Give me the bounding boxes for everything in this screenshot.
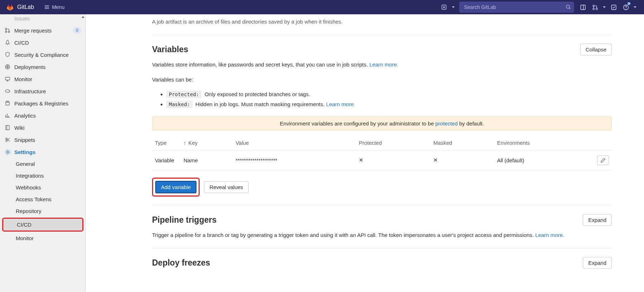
expand-button[interactable]: Expand (583, 257, 612, 269)
todos-icon[interactable] (608, 0, 620, 14)
main-content: A job artifact is an archive of files an… (86, 14, 644, 292)
brand-title[interactable]: GitLab (17, 4, 34, 10)
masked-bullet: Masked: Hidden in job logs. Must match m… (166, 100, 612, 109)
sidebar-item-monitor[interactable]: Monitor (0, 73, 86, 85)
triggers-title: Pipeline triggers (152, 215, 216, 225)
settings-sub-access-tokens[interactable]: Access Tokens (0, 193, 86, 205)
variables-title: Variables (152, 45, 188, 54)
sidebar-item-cicd[interactable]: CI/CD (0, 36, 86, 49)
col-masked[interactable]: Masked (430, 135, 494, 150)
chevron-down-icon[interactable] (632, 0, 638, 14)
merge-request-icon (4, 27, 11, 34)
sidebar-item-label: Snippets (14, 137, 35, 143)
svg-point-11 (8, 31, 10, 33)
cell-masked: ✕ (430, 150, 494, 170)
sidebar-item-analytics[interactable]: Analytics (0, 109, 86, 122)
help-icon[interactable] (620, 0, 632, 14)
settings-sub-integrations[interactable]: Integrations (0, 170, 86, 182)
rocket-icon (4, 39, 11, 46)
shield-icon (4, 51, 11, 58)
protected-tag: Protected: (166, 91, 201, 98)
sidebar-item-label: Security & Compliance (14, 52, 69, 58)
sidebar-item-merge-requests[interactable]: Merge requests 0 (0, 24, 86, 36)
svg-point-10 (5, 31, 7, 33)
sidebar-item-label: Wiki (14, 125, 24, 131)
search-container (459, 2, 574, 13)
svg-point-9 (5, 28, 7, 30)
sidebar-item-snippets[interactable]: Snippets (0, 134, 86, 146)
cell-type: Variable (152, 150, 181, 170)
sidebar-item-label: CI/CD (14, 40, 29, 46)
svg-rect-14 (6, 125, 9, 130)
top-navbar: GitLab Menu (0, 0, 644, 14)
search-icon[interactable] (566, 4, 571, 10)
col-key[interactable]: ↑Key (181, 135, 233, 150)
settings-sub-general[interactable]: General (0, 158, 86, 170)
settings-sub-repository[interactable]: Repository (0, 205, 86, 217)
sidebar-item-wiki[interactable]: Wiki (0, 122, 86, 134)
protected-link[interactable]: protected (435, 120, 458, 127)
expand-button[interactable]: Expand (583, 214, 612, 226)
edit-variable-button[interactable] (597, 155, 609, 165)
issues-icon[interactable] (577, 0, 589, 14)
col-type[interactable]: Type (152, 135, 181, 150)
menu-label: Menu (52, 4, 64, 10)
sidebar-item-label: Issues (14, 15, 30, 21)
sidebar-item-label: Packages & Registries (14, 100, 68, 107)
svg-rect-2 (581, 5, 585, 10)
collapse-button[interactable]: Collapse (580, 44, 612, 55)
menu-dropdown[interactable]: Menu (44, 4, 64, 10)
sidebar-item-label: Merge requests (14, 28, 52, 34)
sidebar-item-label: Deployments (14, 64, 46, 70)
reveal-values-button[interactable]: Reveal values (204, 181, 248, 193)
chevron-down-icon[interactable] (450, 0, 457, 14)
cell-protected: ✕ (356, 150, 430, 170)
settings-sub-cicd[interactable]: CI/CD (3, 219, 82, 231)
add-variable-button[interactable]: Add variable (155, 181, 196, 193)
col-protected[interactable]: Protected (356, 135, 430, 150)
svg-point-15 (6, 140, 7, 142)
col-environments[interactable]: Environments (494, 135, 594, 150)
sidebar-item-settings[interactable]: Settings (0, 146, 86, 158)
learn-more-link[interactable]: Learn more. (535, 232, 564, 238)
svg-point-4 (593, 8, 594, 9)
settings-sub-monitor[interactable]: Monitor (0, 232, 86, 244)
plus-icon[interactable] (438, 0, 450, 14)
merge-requests-icon[interactable] (589, 0, 601, 14)
sidebar-item-label: Infrastructure (14, 88, 46, 94)
chart-icon (4, 112, 11, 119)
sidebar-item-infrastructure[interactable]: Infrastructure (0, 85, 86, 97)
scissors-icon (4, 137, 11, 143)
svg-point-8 (625, 8, 626, 9)
table-row: Variable Name ******************** ✕ ✕ A… (152, 150, 612, 170)
badge-count: 0 (73, 27, 81, 34)
settings-sub-webhooks[interactable]: Webhooks (0, 182, 86, 193)
sidebar-item-issues[interactable]: Issues (0, 14, 86, 24)
sidebar-item-deployments[interactable]: Deployments (0, 61, 86, 73)
package-icon (4, 100, 11, 107)
artifacts-description: A job artifact is an archive of files an… (152, 18, 612, 26)
gitlab-logo-icon[interactable] (6, 3, 14, 11)
sidebar-item-label: Monitor (14, 76, 32, 82)
book-icon (4, 124, 11, 131)
learn-more-link[interactable]: Learn more. (326, 101, 355, 107)
col-value[interactable]: Value (233, 135, 356, 150)
protected-bullet: Protected: Only exposed to protected bra… (166, 90, 612, 99)
sort-asc-icon: ↑ (184, 140, 186, 146)
freezes-title: Deploy freezes (152, 258, 210, 268)
cell-env: All (default) (494, 150, 594, 170)
learn-more-link[interactable]: Learn more. (370, 61, 399, 68)
svg-point-5 (596, 8, 597, 9)
variables-description: Variables store information, like passwo… (152, 60, 612, 69)
search-input[interactable] (459, 2, 574, 13)
masked-tag: Masked: (166, 101, 192, 108)
svg-rect-13 (5, 77, 10, 80)
protected-warning-alert: Environment variables are configured by … (152, 117, 612, 130)
monitor-icon (4, 76, 11, 82)
svg-point-1 (566, 5, 570, 8)
cell-key: Name (181, 150, 233, 170)
deployments-icon (4, 64, 11, 70)
sidebar-item-security[interactable]: Security & Compliance (0, 49, 86, 61)
chevron-down-icon[interactable] (601, 0, 608, 14)
sidebar-item-packages[interactable]: Packages & Registries (0, 97, 86, 109)
